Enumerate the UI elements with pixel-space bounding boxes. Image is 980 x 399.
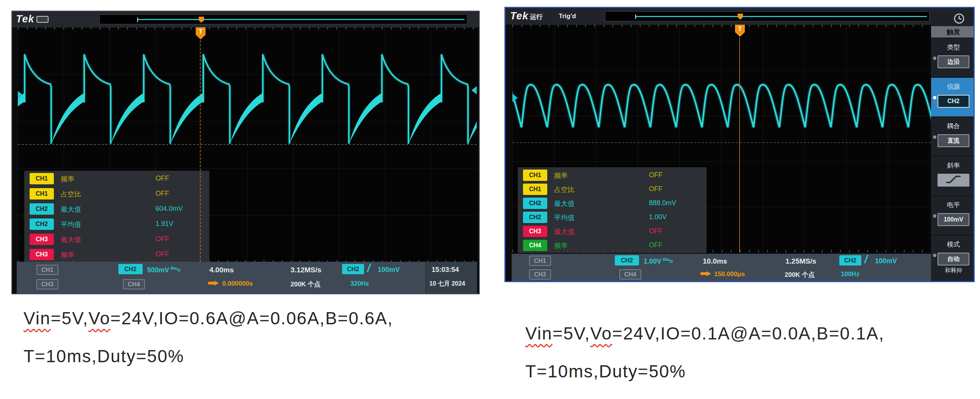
softkey-indicator xyxy=(933,135,936,139)
menu-mode-button[interactable]: 自动 xyxy=(937,253,969,265)
caption-line-1: Vin=5V,Vo=24V,IO=0.6A@A=0.06A,B=0.6A, xyxy=(24,308,393,346)
bandwidth-indicator: Bw xyxy=(663,257,670,262)
measurement-value: OFF xyxy=(649,185,663,193)
trigger-source-badge[interactable]: CH2 xyxy=(342,264,364,274)
channel-badge: CH2 xyxy=(30,203,54,215)
measurement-row: CH2 平均值 1.00V xyxy=(518,210,706,224)
record-view-window xyxy=(138,19,465,20)
menu-section-slope[interactable]: 斜率 xyxy=(931,156,975,196)
softkey-indicator xyxy=(933,57,936,60)
menu-section-label: 模式 xyxy=(931,240,975,249)
left-caption: Vin=5V,Vo=24V,IO=0.6A@A=0.06A,B=0.6A, T=… xyxy=(24,308,393,384)
measurement-label: 平均值 xyxy=(554,213,574,222)
ch1-badge[interactable]: CH1 xyxy=(529,256,551,266)
right-measurement-panel: CH1 频率 OFF CH1 占空比 OFF CH2 最大值 888.0mV C… xyxy=(518,167,706,253)
sample-rate-readout: 3.12MS/s xyxy=(291,266,321,274)
measurement-row: CH3 最大值 OFF xyxy=(518,224,706,238)
measurement-label: 最大值 xyxy=(61,205,81,214)
measurement-label: 最大值 xyxy=(554,227,574,236)
measurement-row: CH2 最大值 888.0mV xyxy=(518,196,706,210)
menu-coupling-button[interactable]: 直流 xyxy=(937,134,969,147)
ch3-badge[interactable]: CH3 xyxy=(529,269,551,280)
menu-source-button[interactable]: CH2 xyxy=(937,95,969,108)
caption-line-2: T=10ms,Duty=50% xyxy=(525,361,885,399)
measurement-row: CH1 频率 OFF xyxy=(518,168,706,182)
acquisition-status: 运行 xyxy=(530,13,543,21)
menu-section-mode[interactable]: 模式 自动 和释抑 xyxy=(931,235,975,277)
ch3-badge[interactable]: CH3 xyxy=(37,279,59,289)
channel-badge: CH3 xyxy=(30,234,54,245)
left-top-bar: Tek xyxy=(12,11,479,27)
measurement-row: CH1 占空比 OFF xyxy=(518,182,706,196)
menu-section-source[interactable]: 信源 CH2 xyxy=(931,77,975,116)
channel-badge: CH4 xyxy=(523,240,547,251)
menu-slope-button[interactable] xyxy=(937,174,969,187)
measurement-row: CH2 最大值 604.0mV xyxy=(24,202,209,217)
trigger-level-arrow[interactable] xyxy=(471,86,477,94)
measurement-label: 频率 xyxy=(61,250,74,259)
measurement-label: 频率 xyxy=(554,241,568,250)
softkey-indicator xyxy=(933,254,936,257)
ch4-badge[interactable]: CH4 xyxy=(619,269,641,280)
coupling-icon: ≈ xyxy=(670,258,673,265)
measurement-label: 最大值 xyxy=(61,235,81,244)
menu-mode-note: 和释抑 xyxy=(931,267,975,274)
measurement-row: CH1 占空比 OFF xyxy=(24,187,209,202)
left-oscilloscope: Tek T CH1 频率 OFF CH1 占空比 OFF xyxy=(11,11,480,294)
menu-type-button[interactable]: 边沿 xyxy=(937,56,969,68)
measurement-value: 1.00V xyxy=(649,213,667,221)
menu-section-type[interactable]: 类型 边沿 xyxy=(931,38,975,77)
clock-time: 15:03:54 xyxy=(431,266,459,274)
measurement-value: OFF xyxy=(649,227,663,235)
horizontal-delay-readout: 150.000μs xyxy=(714,270,745,278)
ch2-scale: 1.00VBw≈ xyxy=(644,257,673,265)
measurement-label: 占空比 xyxy=(554,185,574,194)
trigger-position-line xyxy=(739,38,740,252)
tek-logo: Tek xyxy=(16,13,35,25)
trigger-slope-icon: / xyxy=(367,262,370,275)
left-waveform-line xyxy=(18,55,477,144)
menu-section-level[interactable]: 电平 100mV xyxy=(931,196,975,235)
rising-slope-icon xyxy=(945,175,962,184)
ch2-scale: 500mVBw≈ xyxy=(147,266,181,274)
ch2-level-arrow[interactable] xyxy=(512,94,518,102)
channel-badge: CH3 xyxy=(523,226,547,237)
right-status-bar: CH1 CH3 CH2 1.00VBw≈ CH4 10.0ms 150.000μ… xyxy=(512,254,931,282)
menu-section-coupling[interactable]: 耦合 直流 xyxy=(931,116,975,156)
measurement-row: CH2 平均值 1.91V xyxy=(24,217,209,232)
right-top-bar: Tek 运行 Trig'd xyxy=(506,8,974,25)
measurement-label: 占空比 xyxy=(61,190,81,199)
menu-level-button[interactable]: 100mV xyxy=(937,213,969,226)
record-trigger-marker-icon[interactable] xyxy=(199,17,204,23)
caption-line-2: T=10ms,Duty=50% xyxy=(24,346,393,384)
caption-vo: Vo xyxy=(88,308,110,328)
record-view-window xyxy=(636,16,927,17)
measurement-value: OFF xyxy=(156,235,169,243)
record-trigger-marker-icon[interactable] xyxy=(738,14,743,20)
menu-section-label: 电平 xyxy=(931,200,975,209)
measurement-row: CH3 最大值 OFF xyxy=(24,232,209,247)
ch4-badge[interactable]: CH4 xyxy=(123,279,145,289)
right-oscilloscope: Tek 运行 Trig'd T CH1 频率 OFF CH1 xyxy=(504,7,975,282)
record-view-tick xyxy=(137,17,138,22)
trigger-status: Trig'd xyxy=(558,13,576,20)
ch2-level-arrow[interactable] xyxy=(18,91,23,99)
caption-line-1: Vin=5V,Vo=24V,IO=0.1A@A=0.0A,B=0.1A, xyxy=(525,323,885,361)
run-status-icon xyxy=(37,16,49,23)
measurement-value: 1.91V xyxy=(156,220,173,228)
tek-logo: Tek xyxy=(510,10,529,22)
record-length-readout: 200K 个点 xyxy=(785,270,815,279)
trigger-frequency-readout: 320Hz xyxy=(350,280,369,288)
ch1-badge[interactable]: CH1 xyxy=(37,265,59,275)
clock-date: 10 七月 2024 xyxy=(429,280,465,288)
measurement-label: 频率 xyxy=(61,175,74,184)
channel-badge: CH2 xyxy=(30,218,54,230)
trigger-level-readout: 100mV xyxy=(875,257,897,265)
menu-section-label: 耦合 xyxy=(931,122,975,130)
trigger-source-badge[interactable]: CH2 xyxy=(839,255,861,265)
ch2-badge[interactable]: CH2 xyxy=(118,264,143,274)
ch2-badge[interactable]: CH2 xyxy=(615,255,639,265)
channel-badge: CH1 xyxy=(523,170,547,181)
menu-section-label: 斜率 xyxy=(931,161,975,170)
clock-icon xyxy=(953,13,965,25)
